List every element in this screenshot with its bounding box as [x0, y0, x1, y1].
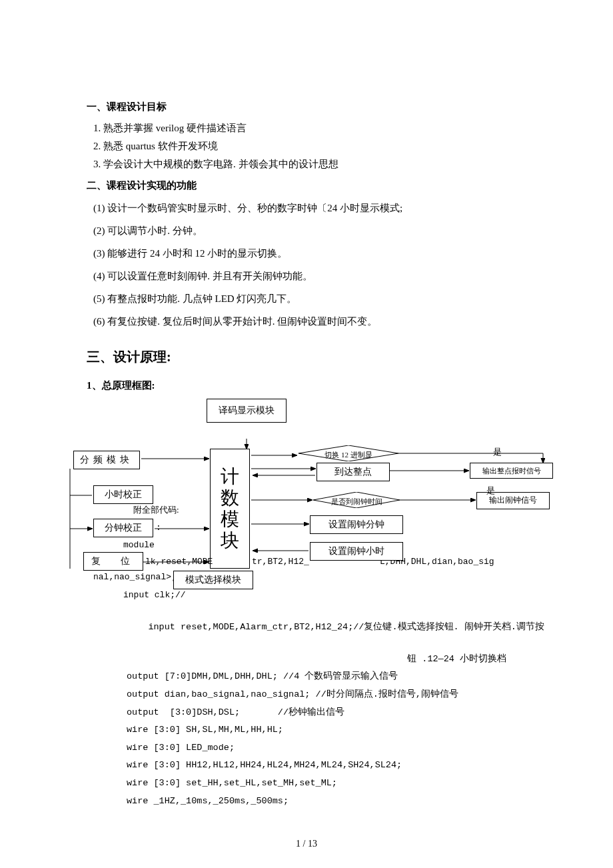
diamond-is-alarm: 是否到闹钟时间 — [313, 492, 400, 508]
goal-2-text: 熟悉 quartus 软件开发环境 — [103, 141, 218, 151]
box-hour-adjust: 小时校正 — [93, 485, 153, 504]
func-4: (4) 可以设置任意时刻闹钟. 并且有开关闹钟功能。 — [93, 268, 526, 284]
heading-3: 三、设计原理: — [87, 346, 526, 367]
func-3: (3) 能够进行 24 小时和 12 小时的显示切换。 — [93, 245, 526, 261]
hidden-colon: : — [156, 521, 161, 535]
hidden-code-label: 附全部代码: — [133, 503, 179, 517]
label-yes-1: 是 — [493, 445, 502, 459]
goal-1-text: 熟悉并掌握 verilog 硬件描述语言 — [103, 123, 247, 133]
box-reset: 复 位 — [83, 552, 143, 571]
box-counter-text: 计数模块 — [221, 466, 239, 552]
goal-3-text: 学会设计大中规模的数字电路. 并领会其中的设计思想 — [103, 159, 338, 169]
heading-2: 二、课程设计实现的功能 — [87, 177, 526, 193]
goal-2-num: 2. — [93, 138, 101, 154]
box-freq-divider: 分频模块 — [73, 451, 140, 469]
code-line-2: output [7:0]DMH,DML,DHH,DHL; //4 个数码管显示输… — [127, 669, 526, 684]
goal-1-num: 1. — [93, 120, 101, 136]
box-set-alarm-minute: 设置闹钟分钟 — [310, 515, 403, 534]
box-reach-hour: 到达整点 — [316, 463, 390, 481]
code-line-9: wire _1HZ,_10ms,_250ms,_500ms; — [127, 794, 526, 809]
hidden-code-4: lk,reset,MODE — [145, 555, 213, 569]
code-line-3: output dian,bao_signal,nao_signal; //时分间… — [127, 687, 526, 702]
hidden-code-7: nal,nao_signal>; — [93, 571, 177, 585]
func-2: (2) 可以调节小时. 分钟。 — [93, 223, 526, 239]
code-line-5: wire [3:0] SH,SL,MH,ML,HH,HL; — [127, 723, 526, 737]
goal-1: 1. 熟悉并掌握 verilog 硬件描述语言 — [93, 120, 526, 136]
func-1: (1) 设计一个数码管实时显示时、分、秒的数字时钟〔24 小时显示模式; — [93, 200, 526, 216]
code-line-1b: 钮 .12—24 小时切换档 — [87, 652, 506, 667]
box-decode-display: 译码显示模块 — [207, 399, 287, 423]
sub-heading-1: 1、总原理框图: — [87, 377, 526, 393]
code-line-7: wire [3:0] HH12,HL12,HH24,HL24,MH24,ML24… — [127, 758, 526, 773]
code-line-8: wire [3:0] set_HH,set_HL,set_MH,set_ML; — [127, 776, 526, 791]
diamond-switch-12-text: 切换 12 进制显 — [324, 451, 372, 459]
page: 一、课程设计目标 1. 熟悉并掌握 verilog 硬件描述语言 2. 熟悉 q… — [0, 0, 613, 868]
code-line-6: wire [3:0] LED_mode; — [127, 741, 526, 755]
code-line-4: output [3:0]DSH,DSL; //秒钟输出信号 — [127, 705, 526, 720]
heading-1: 一、课程设计目标 — [87, 99, 526, 115]
hidden-module: module — [123, 539, 155, 553]
box-output-hour-signal: 输出整点报时信号 — [470, 463, 553, 479]
diamond-switch-12: 切换 12 进制显 — [299, 445, 398, 461]
box-counter: 计数模块 — [210, 449, 250, 569]
goal-2: 2. 熟悉 quartus 软件开发环境 — [93, 138, 526, 154]
func-6: (6) 有复位按键. 复位后时间从零开始计时. 但闹钟设置时间不变。 — [93, 313, 526, 329]
hidden-code-8: input clk;// — [123, 589, 186, 603]
box-mode-select: 模式选择模块 — [173, 571, 253, 589]
label-yes-2: 是 — [486, 484, 495, 498]
goal-3: 3. 学会设计大中规模的数字电路. 并领会其中的设计思想 — [93, 156, 526, 172]
diagram: 译码显示模块 计数模块 分频模块 小时校正 附全部代码: 分钟校正 : modu… — [87, 399, 526, 639]
goal-3-num: 3. — [93, 156, 101, 172]
page-number: 1 / 13 — [0, 837, 613, 851]
diamond-is-alarm-text: 是否到闹钟时间 — [331, 497, 382, 505]
hidden-code-5: tr,BT2,H12_ — [252, 555, 309, 569]
box-set-alarm-hour: 设置闹钟小时 — [310, 542, 403, 561]
func-5: (5) 有整点报时功能. 几点钟 LED 灯闪亮几下。 — [93, 291, 526, 307]
box-minute-adjust: 分钟校正 — [93, 519, 153, 537]
